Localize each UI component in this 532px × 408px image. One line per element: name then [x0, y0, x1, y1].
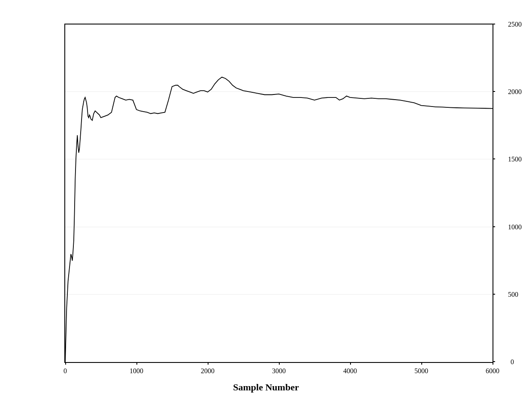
x-tick-6000: 6000	[486, 367, 499, 375]
chart-container: Standard Deviation Sample Number 0 500 1…	[30, 15, 502, 393]
x-tick-0: 0	[63, 367, 67, 375]
x-axis-label: Sample Number	[233, 382, 299, 393]
x-tick-4000: 4000	[343, 367, 357, 375]
x-tick-1000: 1000	[130, 367, 143, 375]
y-tick-2500: 2500	[508, 21, 522, 28]
chart-svg	[65, 24, 493, 362]
x-tick-2000: 2000	[201, 367, 215, 375]
y-tick-500: 500	[508, 291, 518, 298]
x-tick-3000: 3000	[272, 367, 286, 375]
y-tick-2000: 2000	[508, 88, 522, 96]
y-tick-1500: 1500	[508, 155, 522, 163]
y-tick-1000: 1000	[508, 223, 522, 231]
x-tick-5000: 5000	[414, 367, 428, 375]
y-tick-0: 0	[511, 358, 514, 366]
plot-area: 0 500 1000 1500 2000 2500 0 1000 2000 30…	[64, 24, 493, 363]
